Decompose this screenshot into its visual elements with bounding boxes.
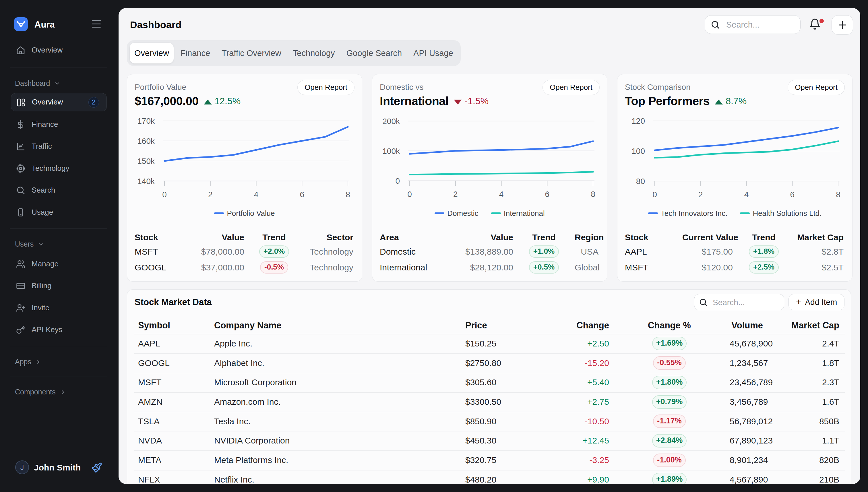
svg-text:150k: 150k [137, 157, 155, 166]
svg-text:0: 0 [162, 190, 167, 199]
svg-text:8: 8 [591, 190, 595, 199]
svg-text:4: 4 [254, 190, 258, 199]
svg-text:4: 4 [744, 190, 749, 199]
svg-text:6: 6 [300, 190, 304, 199]
svg-text:8: 8 [346, 190, 350, 199]
svg-text:4: 4 [499, 190, 504, 199]
svg-text:140k: 140k [137, 177, 155, 186]
svg-text:6: 6 [790, 190, 795, 199]
svg-text:2: 2 [698, 190, 703, 199]
svg-text:100k: 100k [382, 147, 400, 155]
svg-text:0: 0 [407, 190, 412, 199]
svg-text:120: 120 [631, 117, 645, 125]
svg-text:2: 2 [453, 190, 458, 199]
svg-text:0: 0 [395, 176, 400, 186]
svg-text:6: 6 [545, 190, 550, 199]
svg-text:170k: 170k [137, 117, 155, 125]
svg-text:200k: 200k [382, 117, 400, 126]
svg-text:8: 8 [836, 190, 840, 199]
svg-text:160k: 160k [137, 137, 155, 146]
svg-text:80: 80 [636, 177, 645, 186]
svg-text:0: 0 [652, 190, 657, 199]
svg-text:2: 2 [208, 190, 213, 199]
svg-text:100: 100 [631, 147, 645, 155]
